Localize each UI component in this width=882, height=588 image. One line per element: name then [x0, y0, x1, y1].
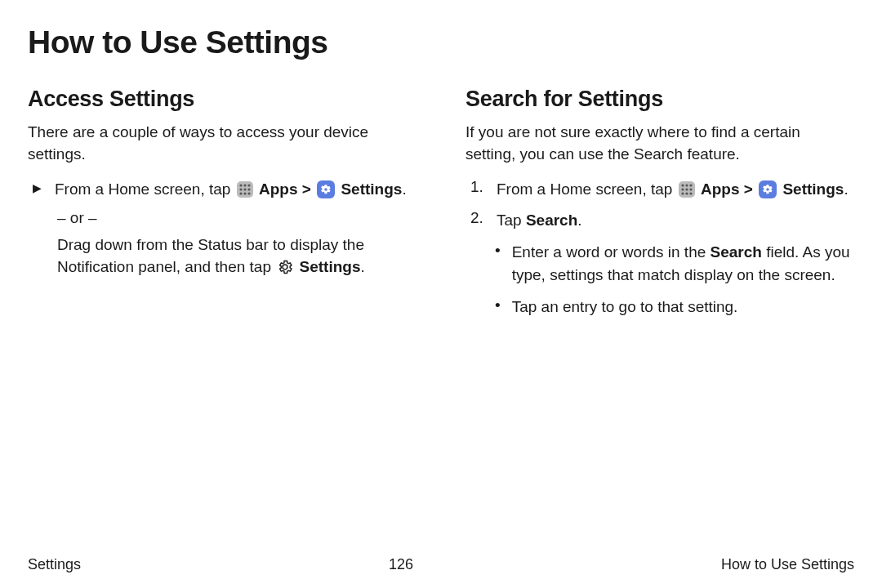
search-bullet-1: • Enter a word or words in the Search fi… — [495, 241, 854, 286]
step-number-1: 1. — [470, 178, 487, 196]
access-settings-section: Access Settings There are a couple of wa… — [28, 87, 416, 318]
bullet2-body: Tap an entry to go to that setting. — [512, 296, 854, 318]
content-columns: Access Settings There are a couple of wa… — [28, 87, 854, 318]
drag-settings-label: Settings — [300, 258, 361, 275]
play-marker-icon: ▶ — [33, 181, 42, 194]
svg-point-4 — [243, 189, 246, 191]
search-step-2: 2. Tap Search. — [466, 209, 854, 232]
access-step-1: ▶ From a Home screen, tap Apps > Setting… — [28, 178, 416, 201]
b1-search-label: Search — [710, 243, 762, 261]
svg-point-2 — [247, 185, 250, 187]
period: . — [402, 180, 406, 198]
svg-point-0 — [239, 185, 242, 187]
settings-blue-icon — [759, 180, 777, 198]
page-title: How to Use Settings — [28, 24, 854, 60]
search-step1-body: From a Home screen, tap Apps > Settings. — [497, 178, 854, 201]
svg-point-3 — [239, 189, 242, 191]
bullet-dot-icon: • — [495, 242, 501, 260]
drag-period: . — [360, 258, 364, 275]
svg-point-8 — [247, 193, 250, 195]
svg-point-5 — [247, 189, 250, 191]
separator: > — [297, 180, 315, 198]
svg-point-13 — [685, 189, 688, 191]
step2-text-a: Tap — [497, 212, 526, 229]
svg-point-6 — [239, 193, 242, 195]
access-drag-text: Drag down from the Status bar to display… — [57, 234, 416, 278]
step1-text: From a Home screen, tap — [497, 180, 677, 198]
search-intro: If you are not sure exactly where to fin… — [466, 122, 854, 165]
svg-point-15 — [681, 193, 684, 195]
gear-icon — [277, 259, 293, 275]
search-step2-body: Tap Search. — [497, 209, 854, 232]
search-heading: Search for Settings — [466, 87, 854, 112]
separator: > — [739, 180, 757, 198]
settings-label: Settings — [341, 180, 402, 198]
access-heading: Access Settings — [28, 87, 416, 112]
period: . — [844, 180, 848, 198]
settings-blue-icon — [317, 180, 335, 198]
footer-left: Settings — [28, 556, 81, 573]
page-footer: Settings 126 How to Use Settings — [28, 556, 854, 573]
svg-point-10 — [685, 185, 688, 187]
b1-text-a: Enter a word or words in the — [512, 243, 710, 261]
bullet-dot-icon: • — [495, 296, 501, 314]
svg-point-7 — [243, 193, 246, 195]
access-step-body: From a Home screen, tap Apps > Settings. — [55, 178, 416, 201]
svg-point-17 — [689, 193, 692, 195]
apps-label: Apps — [701, 180, 740, 198]
svg-point-9 — [681, 185, 684, 187]
apps-icon — [237, 181, 253, 198]
or-separator: – or – — [57, 209, 416, 227]
svg-point-16 — [685, 193, 688, 195]
search-label: Search — [526, 212, 577, 229]
search-bullet-2: • Tap an entry to go to that setting. — [495, 296, 854, 318]
access-intro: There are a couple of ways to access you… — [28, 122, 416, 165]
settings-label: Settings — [782, 180, 844, 198]
step-number-2: 2. — [470, 209, 487, 227]
footer-page-number: 126 — [389, 556, 413, 573]
svg-point-12 — [681, 189, 684, 191]
apps-icon — [679, 181, 695, 198]
svg-point-14 — [689, 189, 692, 191]
search-step-1: 1. From a Home screen, tap Apps > Settin… — [466, 178, 854, 201]
footer-right: How to Use Settings — [721, 556, 854, 573]
search-settings-section: Search for Settings If you are not sure … — [466, 87, 854, 318]
step2-text-c: . — [577, 212, 581, 229]
apps-label: Apps — [259, 180, 298, 198]
svg-point-11 — [689, 185, 692, 187]
bullet1-body: Enter a word or words in the Search fiel… — [512, 241, 854, 286]
svg-point-1 — [243, 185, 246, 187]
step-text: From a Home screen, tap — [55, 180, 235, 198]
